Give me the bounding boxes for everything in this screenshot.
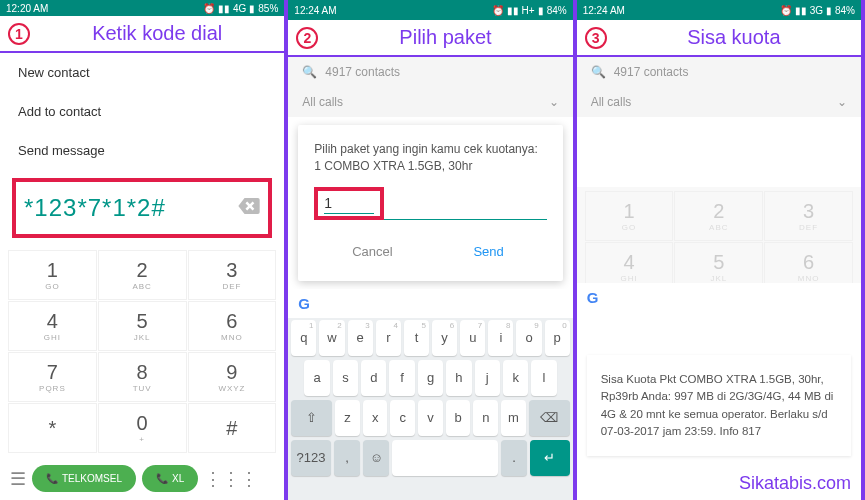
key-w[interactable]: w2 [319, 320, 344, 356]
dial-key-9[interactable]: 9WXYZ [188, 352, 277, 402]
key-h[interactable]: h [446, 360, 471, 396]
filter-bar[interactable]: All calls ⌄ [288, 87, 572, 117]
dial-key-2: 2ABC [674, 191, 763, 241]
phone-icon: 📞 [156, 473, 168, 484]
signal-icon: ▮▮ [795, 5, 807, 16]
status-right: ⏰ ▮▮ 4G ▮ 85% [203, 3, 278, 14]
filter-label: All calls [302, 95, 343, 109]
dial-key-2[interactable]: 2ABC [98, 250, 187, 300]
panel-1: 12:20 AM ⏰ ▮▮ 4G ▮ 85% 1 Ketik kode dial… [0, 0, 288, 500]
key-d[interactable]: d [361, 360, 386, 396]
period-key[interactable]: . [501, 440, 527, 476]
key-m[interactable]: m [501, 400, 526, 436]
key-t[interactable]: t5 [404, 320, 429, 356]
key-s[interactable]: s [333, 360, 358, 396]
dial-key-5[interactable]: 5JKL [98, 301, 187, 351]
key-l[interactable]: l [531, 360, 556, 396]
keyboard-row-2: asdfghjkl [288, 358, 572, 398]
call-xl-button[interactable]: 📞 XL [142, 465, 198, 492]
ussd-result-dialog: Sisa Kuota Pkt COMBO XTRA 1.5GB, 30hr, R… [587, 355, 851, 456]
dial-key-7[interactable]: 7PQRS [8, 352, 97, 402]
menu-add-to-contact[interactable]: Add to contact [0, 92, 284, 131]
cancel-button[interactable]: Cancel [314, 238, 430, 265]
space-key[interactable] [392, 440, 497, 476]
key-n[interactable]: n [473, 400, 498, 436]
key-z[interactable]: z [335, 400, 360, 436]
call-telkomsel-button[interactable]: 📞 TELKOMSEL [32, 465, 136, 492]
key-b[interactable]: b [446, 400, 471, 436]
key-u[interactable]: u7 [460, 320, 485, 356]
comma-key[interactable]: , [334, 440, 360, 476]
key-j[interactable]: j [475, 360, 500, 396]
keyboard-row-4: ?123 , ☺ . ↵ [288, 438, 572, 478]
ussd-dialog: Pilih paket yang ingin kamu cek kuotanya… [298, 125, 562, 281]
dial-key-1: 1GO [585, 191, 674, 241]
keyboard: G q1w2e3r4t5y6u7i8o9p0 asdfghjkl ⇧ zxcvb… [288, 289, 572, 500]
step-title: Ketik kode dial [38, 22, 276, 45]
google-logo-icon: G [298, 295, 310, 312]
network-label: 4G [233, 3, 246, 14]
key-a[interactable]: a [304, 360, 329, 396]
dial-key-*[interactable]: * [8, 403, 97, 453]
dial-keypad-background: 1GO2ABC3DEF4GHI5JKL6MNO [577, 187, 861, 296]
search-bar[interactable]: 🔍 4917 contacts [577, 57, 861, 87]
filter-bar[interactable]: All calls ⌄ [577, 87, 861, 117]
step-number: 2 [296, 27, 318, 49]
dial-key-3: 3DEF [764, 191, 853, 241]
signal-icon: ▮▮ [218, 3, 230, 14]
key-c[interactable]: c [390, 400, 415, 436]
search-placeholder: 4917 contacts [325, 65, 400, 79]
battery-icon: ▮ [826, 5, 832, 16]
key-e[interactable]: e3 [348, 320, 373, 356]
menu-icon[interactable]: ☰ [10, 468, 26, 490]
dial-key-4[interactable]: 4GHI [8, 301, 97, 351]
menu-new-contact[interactable]: New contact [0, 53, 284, 92]
send-button[interactable]: Send [431, 238, 547, 265]
ussd-input[interactable] [324, 193, 374, 214]
alarm-icon: ⏰ [203, 3, 215, 14]
key-g[interactable]: g [418, 360, 443, 396]
enter-key[interactable]: ↵ [530, 440, 570, 476]
search-placeholder: 4917 contacts [614, 65, 689, 79]
dial-key-8[interactable]: 8TUV [98, 352, 187, 402]
search-bar[interactable]: 🔍 4917 contacts [288, 57, 572, 87]
key-k[interactable]: k [503, 360, 528, 396]
battery-label: 85% [258, 3, 278, 14]
key-v[interactable]: v [418, 400, 443, 436]
dial-key-0[interactable]: 0+ [98, 403, 187, 453]
key-i[interactable]: i8 [488, 320, 513, 356]
key-r[interactable]: r4 [376, 320, 401, 356]
status-bar: 12:24 AM ⏰ ▮▮ 3G ▮ 84% [577, 0, 861, 20]
alarm-icon: ⏰ [780, 5, 792, 16]
key-f[interactable]: f [389, 360, 414, 396]
key-p[interactable]: p0 [545, 320, 570, 356]
dial-key-6[interactable]: 6MNO [188, 301, 277, 351]
symbols-key[interactable]: ?123 [291, 440, 331, 476]
key-y[interactable]: y6 [432, 320, 457, 356]
status-bar: 12:20 AM ⏰ ▮▮ 4G ▮ 85% [0, 0, 284, 16]
step-number: 1 [8, 23, 30, 45]
battery-label: 84% [835, 5, 855, 16]
chevron-down-icon: ⌄ [549, 95, 559, 109]
keyboard-row-1: q1w2e3r4t5y6u7i8o9p0 [288, 318, 572, 358]
shift-key[interactable]: ⇧ [291, 400, 332, 436]
watermark: Sikatabis.com [739, 473, 851, 494]
backspace-key[interactable]: ⌫ [529, 400, 570, 436]
status-time: 12:24 AM [294, 5, 336, 16]
backspace-icon[interactable] [238, 198, 260, 218]
network-label: 3G [810, 5, 823, 16]
key-x[interactable]: x [363, 400, 388, 436]
menu-send-message[interactable]: Send message [0, 131, 284, 170]
key-o[interactable]: o9 [516, 320, 541, 356]
dial-key-#[interactable]: # [188, 403, 277, 453]
dial-keypad: 1GO2ABC3DEF4GHI5JKL6MNO7PQRS8TUV9WXYZ*0+… [0, 246, 284, 457]
phone-icon: 📞 [46, 473, 58, 484]
dial-key-1[interactable]: 1GO [8, 250, 97, 300]
google-suggestion-bar[interactable]: G [288, 289, 572, 318]
filter-label: All calls [591, 95, 632, 109]
key-q[interactable]: q1 [291, 320, 316, 356]
title-bar: 3 Sisa kuota [577, 20, 861, 57]
emoji-key[interactable]: ☺ [363, 440, 389, 476]
dialpad-icon[interactable]: ⋮⋮⋮ [204, 468, 258, 490]
dial-key-3[interactable]: 3DEF [188, 250, 277, 300]
